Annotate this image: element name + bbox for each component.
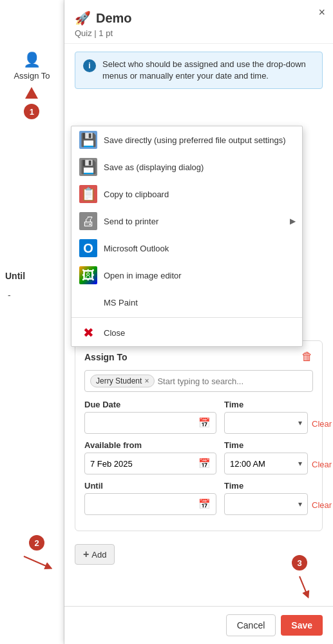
close-x-icon: ✖ — [79, 324, 97, 342]
sidebar-until-label: Until — [5, 271, 25, 281]
assign-card-title: Assign To — [84, 352, 128, 362]
info-icon: i — [83, 59, 96, 72]
print-label: Send to printer — [104, 217, 158, 226]
due-date-input-wrap[interactable]: 📅 — [84, 412, 216, 434]
add-button[interactable]: + Add — [75, 544, 115, 565]
available-from-row: Available from 📅 Time 12:00 AM ▾ Clear — [84, 440, 313, 474]
until-calendar-icon[interactable]: 📅 — [198, 498, 211, 510]
context-menu-item-mspaint[interactable]: MS Paint — [71, 289, 302, 316]
save-as-label: Save as (displaying dialog) — [104, 162, 204, 172]
due-time-input-wrap[interactable]: ▾ — [224, 412, 308, 434]
badge-1: 1 — [24, 104, 39, 119]
available-from-label: Available from — [84, 440, 216, 450]
due-date-label: Due Date — [84, 400, 216, 409]
until-row: Until 📅 Time ▾ Clear — [84, 481, 313, 515]
menu-divider — [71, 317, 302, 318]
trash-icon[interactable]: 🗑 — [301, 350, 313, 364]
available-from-calendar-icon[interactable]: 📅 — [198, 458, 211, 469]
rocket-icon: 🚀 — [75, 10, 91, 26]
assignee-search-row[interactable]: Jerry Student × — [84, 370, 313, 392]
save-button[interactable]: Save — [281, 615, 323, 636]
outlook-label: Microsoft Outlook — [104, 244, 169, 253]
available-time-input-wrap[interactable]: 12:00 AM ▾ — [224, 453, 308, 474]
context-menu-item-outlook[interactable]: O Microsoft Outlook — [71, 235, 302, 262]
add-label: Add — [91, 550, 106, 560]
modal-panel: × 🚀 Demo Quiz | 1 pt i Select who should… — [64, 0, 333, 644]
info-text: Select who should be assigned and use th… — [102, 59, 314, 82]
due-time-label: Time — [224, 400, 308, 409]
save-as-icon: 💾 — [79, 158, 97, 176]
context-menu: 💾 Save directly (using preferred file ou… — [71, 126, 303, 347]
until-input-wrap[interactable]: 📅 — [84, 493, 216, 515]
until-time-group: Time ▾ — [224, 481, 308, 515]
until-time-row: Time ▾ Clear — [224, 481, 332, 515]
available-from-group: Available from 📅 — [84, 440, 216, 474]
until-group: Until 📅 — [84, 481, 216, 515]
assign-card: Assign To 🗑 Jerry Student × Due Date 📅 — [75, 340, 323, 531]
until-label: Until — [84, 481, 216, 491]
badge-2: 2 — [29, 535, 44, 551]
assignee-name: Jerry Student — [96, 376, 142, 385]
image-editor-label: Open in image editor — [104, 271, 182, 280]
until-clear-button[interactable]: Clear — [312, 500, 332, 515]
due-date-row: Due Date 📅 Time ▾ Clear — [84, 400, 313, 434]
sidebar-assign-label: Assign To — [14, 71, 50, 81]
due-date-group: Due Date 📅 — [84, 400, 216, 434]
image-editor-icon: 🖼 — [79, 266, 97, 284]
outlook-icon: O — [79, 239, 97, 257]
available-time-row: Time 12:00 AM ▾ Clear — [224, 440, 332, 474]
due-time-group: Time ▾ — [224, 400, 308, 434]
arrow-up-icon — [25, 87, 38, 99]
print-icon: 🖨 — [79, 212, 97, 230]
assign-card-header: Assign To 🗑 — [84, 350, 313, 364]
assignee-search-input[interactable] — [157, 376, 307, 386]
available-time-value: 12:00 AM — [230, 459, 298, 469]
context-menu-item-image-editor[interactable]: 🖼 Open in image editor — [71, 262, 302, 289]
close-label: Close — [104, 328, 125, 338]
context-menu-item-copy[interactable]: 📋 Copy to clipboard — [71, 181, 302, 208]
mspaint-label: MS Paint — [104, 298, 138, 307]
arrow-2-icon — [21, 553, 53, 572]
submenu-arrow-icon: ▶ — [290, 217, 296, 226]
mspaint-icon — [79, 293, 97, 311]
svg-line-1 — [300, 576, 307, 595]
available-time-chevron-icon[interactable]: ▾ — [298, 459, 302, 468]
badge-3: 3 — [292, 555, 307, 571]
sidebar-assign-button[interactable]: 👤 Assign To 1 — [14, 52, 50, 119]
plus-icon: + — [83, 549, 89, 560]
due-time-chevron-icon[interactable]: ▾ — [298, 418, 302, 427]
available-time-group: Time 12:00 AM ▾ — [224, 440, 308, 474]
info-box: i Select who should be assigned and use … — [75, 52, 323, 89]
due-time-row: Time ▾ Clear — [224, 400, 332, 434]
context-menu-item-print[interactable]: 🖨 Send to printer ▶ — [71, 208, 302, 235]
user-icon: 👤 — [23, 52, 41, 68]
modal-footer: 3 Cancel Save — [64, 606, 333, 644]
context-menu-item-save-direct[interactable]: 💾 Save directly (using preferred file ou… — [71, 126, 302, 153]
modal-title-text: Demo — [96, 11, 132, 26]
due-clear-button[interactable]: Clear — [312, 419, 332, 434]
save-direct-label: Save directly (using preferred file outp… — [104, 135, 286, 145]
until-time-chevron-icon[interactable]: ▾ — [298, 500, 302, 509]
close-button[interactable]: × — [318, 6, 325, 18]
until-input[interactable] — [90, 500, 198, 509]
remove-assignee-button[interactable]: × — [144, 376, 149, 385]
cancel-button[interactable]: Cancel — [226, 614, 276, 636]
sidebar-until-value: - — [8, 290, 11, 300]
modal-header: 🚀 Demo Quiz | 1 pt — [64, 0, 333, 44]
available-from-input-wrap[interactable]: 📅 — [84, 453, 216, 474]
modal-subtitle: Quiz | 1 pt — [75, 28, 323, 38]
assignee-tag: Jerry Student × — [90, 375, 155, 387]
due-date-calendar-icon[interactable]: 📅 — [198, 417, 211, 429]
until-time-input-wrap[interactable]: ▾ — [224, 493, 308, 515]
svg-line-0 — [24, 556, 49, 567]
available-clear-button[interactable]: Clear — [312, 460, 332, 474]
copy-icon: 📋 — [79, 185, 97, 203]
due-date-input[interactable] — [90, 418, 198, 428]
save-direct-icon: 💾 — [79, 131, 97, 149]
context-menu-item-save-as[interactable]: 💾 Save as (displaying dialog) — [71, 153, 302, 181]
modal-title: 🚀 Demo — [75, 10, 323, 26]
arrow-3-icon — [287, 573, 312, 599]
context-menu-item-close[interactable]: ✖ Close — [71, 319, 302, 346]
available-from-input[interactable] — [90, 459, 198, 469]
copy-label: Copy to clipboard — [104, 190, 169, 199]
